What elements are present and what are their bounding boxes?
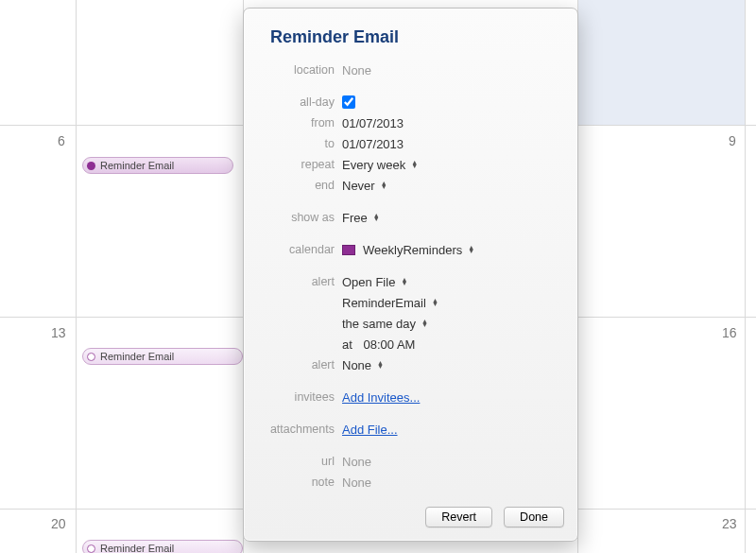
event-title: Reminder Email	[100, 351, 174, 362]
url-label: url	[253, 455, 342, 468]
alert-file-value: ReminderEmail	[342, 296, 426, 310]
location-label: location	[253, 63, 342, 77]
alert-label: alert	[253, 275, 342, 288]
alert-time-row: at 08:00 AM	[342, 337, 415, 352]
event-dot-icon	[87, 162, 95, 170]
grid-line	[745, 0, 746, 553]
calendar-color-swatch	[342, 245, 355, 255]
end-value: Never	[342, 179, 375, 193]
event-title[interactable]: Reminder Email	[270, 27, 568, 47]
end-label: end	[253, 179, 342, 192]
event-dot-icon	[87, 353, 95, 361]
stepper-icon	[468, 246, 474, 253]
today-column-highlight	[577, 0, 745, 125]
event-dot-icon	[87, 544, 95, 553]
calendar-event[interactable]: Reminder Email	[82, 157, 233, 174]
alert-when-value: the same day	[342, 317, 416, 331]
stepper-icon	[411, 161, 418, 168]
done-button[interactable]: Done	[504, 507, 564, 527]
allday-checkbox[interactable]	[342, 95, 355, 109]
stepper-icon	[381, 181, 387, 189]
to-date[interactable]: 01/07/2013	[342, 137, 404, 151]
button-bar: Revert Done	[425, 507, 564, 527]
calendar-event[interactable]: Reminder Email	[82, 348, 243, 365]
revert-button[interactable]: Revert	[425, 507, 492, 527]
note-label: note	[253, 475, 342, 489]
alert-type-value: Open File	[342, 275, 395, 289]
repeat-value: Every week	[342, 158, 405, 172]
event-editor-popover: Reminder Email location None all-day fro…	[243, 8, 578, 542]
calendar-event[interactable]: Reminder Email	[82, 540, 243, 553]
calendar-label: calendar	[253, 243, 342, 256]
add-invitees-link[interactable]: Add Invitees...	[342, 390, 420, 405]
calendar-name: WeeklyReminders	[363, 243, 462, 257]
day-number: 13	[51, 325, 66, 340]
repeat-select[interactable]: Every week	[342, 158, 418, 172]
add-file-link[interactable]: Add File...	[342, 423, 398, 437]
to-label: to	[253, 137, 342, 150]
stepper-icon	[421, 320, 428, 327]
from-date[interactable]: 01/07/2013	[342, 116, 404, 130]
url-value[interactable]: None	[342, 455, 371, 469]
day-number: 6	[58, 133, 65, 148]
stepper-icon	[401, 278, 407, 285]
calendar-select[interactable]: WeeklyReminders	[342, 243, 474, 257]
location-value[interactable]: None	[342, 63, 371, 78]
invitees-label: invitees	[253, 390, 342, 404]
alert2-label: alert	[253, 358, 342, 372]
alert-when-select[interactable]: the same day	[342, 317, 428, 331]
repeat-label: repeat	[253, 158, 342, 171]
stepper-icon	[377, 361, 384, 369]
showas-select[interactable]: Free	[342, 211, 380, 225]
day-number: 9	[729, 133, 736, 148]
day-number: 20	[51, 516, 66, 531]
end-select[interactable]: Never	[342, 179, 387, 193]
at-label: at	[342, 337, 352, 352]
showas-label: show as	[253, 211, 342, 224]
from-label: from	[253, 116, 342, 130]
alert2-value: None	[342, 358, 371, 372]
event-title: Reminder Email	[100, 160, 174, 171]
stepper-icon	[432, 299, 438, 306]
showas-value: Free	[342, 211, 368, 225]
grid-line	[76, 0, 77, 553]
note-value[interactable]: None	[342, 475, 371, 490]
alert-type-select[interactable]: Open File	[342, 275, 407, 289]
attachments-label: attachments	[253, 423, 342, 436]
alert-file-select[interactable]: ReminderEmail	[342, 296, 438, 310]
day-number: 16	[722, 325, 737, 340]
event-title: Reminder Email	[100, 543, 174, 553]
allday-label: all-day	[253, 95, 342, 109]
day-number: 23	[722, 516, 737, 531]
alert2-select[interactable]: None	[342, 358, 384, 372]
stepper-icon	[373, 214, 380, 221]
alert-time-value[interactable]: 08:00 AM	[363, 337, 415, 352]
